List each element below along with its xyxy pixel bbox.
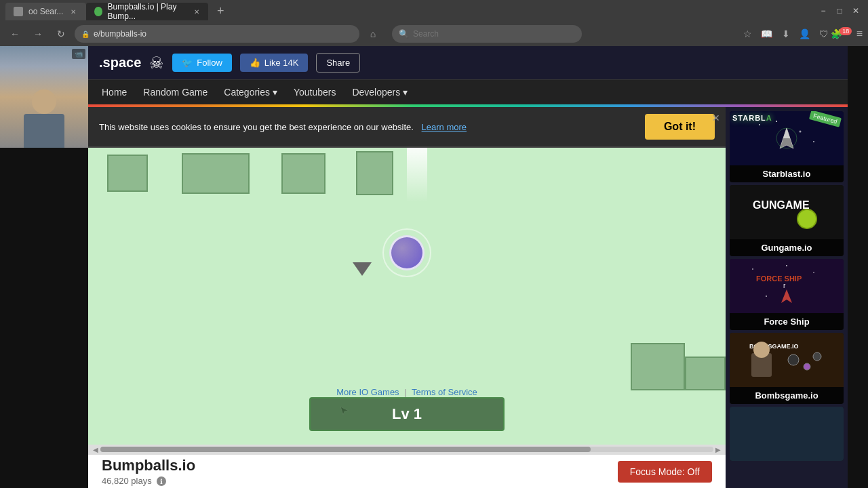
right-sidebar [848,46,868,488]
left-sidebar: 📹 [0,46,88,488]
game-canvas[interactable]: More IO Games | Terms of Service Lv 1 [88,148,726,445]
game-links: More IO Games | Terms of Service [88,387,726,397]
close-button[interactable]: ✕ [849,4,863,18]
shield-icon[interactable]: 🛡 [816,26,832,42]
browser-frame: oo Sear... ✕ Bumpballs.io | Play Bump...… [0,0,868,488]
address-bar[interactable]: 🔒 e/bumpballs-io [75,25,359,43]
tab-1-close[interactable]: ✕ [68,7,78,16]
share-button[interactable]: Share [316,53,360,73]
refresh-button[interactable]: ↻ [52,24,71,43]
url-text: e/bumpballs-io [94,29,146,39]
search-icon: 🔍 [399,29,409,39]
svg-point-10 [797,209,816,228]
back-button[interactable]: ← [5,24,24,43]
svg-rect-8 [746,188,827,236]
nav-bar: ← → ↻ 🔒 e/bumpballs-io ⌂ 🔍 ☆ 📖 ⬇ 👤 🛡 🧩 1… [0,22,868,46]
home-button[interactable]: ⌂ [363,24,382,43]
svg-text:GUNGAME: GUNGAME [753,199,810,211]
scroll-track[interactable] [100,447,713,452]
content-wrapper: 📹 .space ☠ 🐦 Follow 👍 Like 14K Share [0,46,868,488]
game-block-1 [107,155,148,192]
scroll-thumb[interactable] [100,447,591,452]
starblast-card[interactable]: Featured [730,111,844,182]
nav-developers[interactable]: Developers ▾ [352,87,408,98]
minimize-button[interactable]: − [816,4,830,18]
forceship-card[interactable]: FORCE SHIP r Force Ship [730,259,844,330]
star-icon[interactable]: ☆ [740,26,756,42]
svg-point-24 [804,363,810,370]
extensions-icon[interactable]: 🧩 18 [835,26,851,42]
forward-button[interactable]: → [28,24,47,43]
reading-icon[interactable]: 📖 [759,26,775,42]
skull-icon: ☠ [149,54,164,73]
download-icon[interactable]: ⬇ [778,26,794,42]
svg-rect-26 [746,417,827,451]
maximize-button[interactable]: □ [833,4,846,18]
notification-badge: 18 [840,27,852,35]
cookie-learn-more[interactable]: Learn more [422,122,467,132]
like-button[interactable]: 👍 Like 14K [240,54,309,72]
tab-1-favicon [14,7,23,16]
svg-point-22 [753,342,770,358]
gungame-card[interactable]: GUNGAME Gungame.io [730,185,844,256]
svg-point-3 [776,121,777,122]
game-block-3 [281,153,326,194]
twitter-icon: 🐦 [182,58,193,68]
svg-point-25 [813,352,821,361]
svg-point-12 [752,268,753,270]
tab-1[interactable]: oo Sear... ✕ [5,3,86,20]
nav-categories[interactable]: Categories ▾ [224,87,277,98]
scroll-right-arrow[interactable]: ▶ [713,445,723,454]
profile-icon[interactable]: 👤 [797,26,813,42]
tab-2[interactable]: Bumpballs.io | Play Bump... ✕ [86,3,208,20]
title-bar: oo Sear... ✕ Bumpballs.io | Play Bump...… [0,0,868,22]
game-block-4 [356,151,393,195]
starblast-title: Starblast.io [730,165,844,182]
nav-youtubers[interactable]: Youtubers [294,87,336,98]
search-input[interactable] [413,29,575,39]
links-separator: | [404,387,406,397]
game-block-2 [182,153,250,194]
game-ball [389,235,425,270]
site-wrapper: .space ☠ 🐦 Follow 👍 Like 14K Share Home … [88,46,848,488]
svg-point-15 [766,296,767,297]
sidebar-games: Featured [726,107,848,488]
nav-home[interactable]: Home [102,87,127,98]
focus-mode-button[interactable]: Focus Mode: Off [618,461,712,483]
game-scrollbar[interactable]: ◀ ▶ [88,445,726,454]
cookie-close-button[interactable]: ✕ [712,113,720,123]
svg-point-13 [786,265,787,266]
game-main: This website uses cookies to ensure you … [88,107,726,488]
page-footer: Bumpballs.io 46,820 plays ℹ Focus Mode: … [88,454,726,488]
cookie-accept-button[interactable]: Got it! [645,114,715,140]
cookie-text: This website uses cookies to ensure you … [99,122,645,132]
svg-rect-11 [746,262,827,310]
svg-point-14 [813,272,814,273]
tos-link[interactable]: Terms of Service [412,387,477,397]
game-info: Bumpballs.io 46,820 plays ℹ [102,457,195,487]
more-io-games-link[interactable]: More IO Games [336,387,399,397]
game-arrow [353,262,372,276]
cookie-banner: This website uses cookies to ensure you … [88,107,726,148]
starblast-text: STARBLA [732,114,772,122]
scroll-left-arrow[interactable]: ◀ [91,445,100,454]
menu-button[interactable]: ≡ [856,28,863,40]
svg-point-4 [813,141,814,142]
nav-random[interactable]: Random Game [143,87,208,98]
follow-button[interactable]: 🐦 Follow [172,54,232,72]
bombsgame-card[interactable]: BOMBSGAME.IO Bombsgame.io [730,333,844,404]
extra-card[interactable] [730,407,844,461]
new-tab-button[interactable]: + [211,1,230,20]
game-block-6 [685,357,726,390]
site-nav: Home Random Game Categories ▾ Youtubers … [88,80,848,104]
gungame-title: Gungame.io [730,239,844,256]
lock-icon: 🔒 [81,30,90,38]
webcam-feed: 📹 [0,46,88,148]
svg-point-23 [788,354,799,365]
window-controls: − □ ✕ [816,4,863,18]
game-block-5 [631,343,685,390]
game-light [407,148,427,202]
search-bar[interactable]: 🔍 [392,25,582,43]
info-icon[interactable]: ℹ [157,476,166,486]
tab-2-close[interactable]: ✕ [193,7,200,16]
